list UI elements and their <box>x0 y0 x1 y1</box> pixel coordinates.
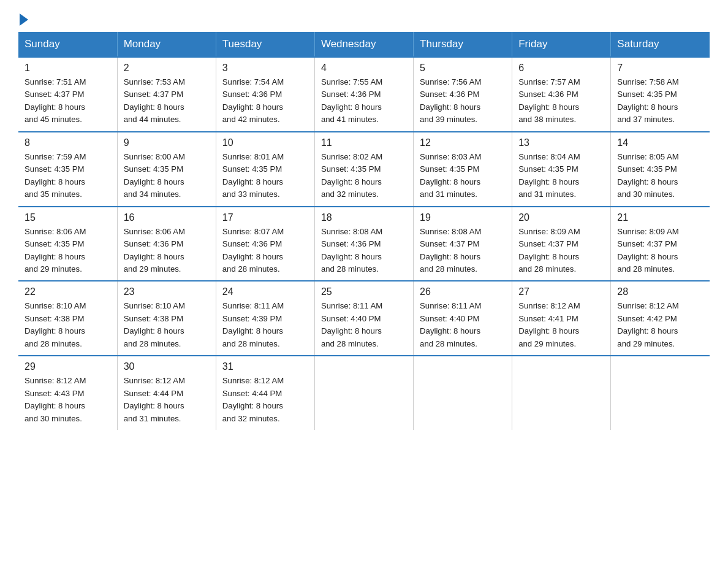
day-info: Sunrise: 8:12 AMSunset: 4:42 PMDaylight:… <box>617 301 678 348</box>
day-info: Sunrise: 8:10 AMSunset: 4:38 PMDaylight:… <box>25 301 86 348</box>
day-number: 9 <box>124 137 210 148</box>
day-info: Sunrise: 8:05 AMSunset: 4:35 PMDaylight:… <box>617 152 678 199</box>
day-info: Sunrise: 7:54 AMSunset: 4:36 PMDaylight:… <box>222 77 284 124</box>
day-info: Sunrise: 8:12 AMSunset: 4:41 PMDaylight:… <box>518 301 580 348</box>
day-number: 21 <box>617 212 703 223</box>
calendar-cell: 6 Sunrise: 7:57 AMSunset: 4:36 PMDayligh… <box>512 57 611 132</box>
calendar-cell: 4 Sunrise: 7:55 AMSunset: 4:36 PMDayligh… <box>314 57 413 132</box>
calendar-cell: 14 Sunrise: 8:05 AMSunset: 4:35 PMDaylig… <box>611 132 710 207</box>
day-number: 10 <box>222 137 308 148</box>
day-number: 16 <box>124 212 210 223</box>
calendar-cell: 1 Sunrise: 7:51 AMSunset: 4:37 PMDayligh… <box>18 57 117 132</box>
calendar-week-2: 8 Sunrise: 7:59 AMSunset: 4:35 PMDayligh… <box>18 132 710 207</box>
calendar-header: SundayMondayTuesdayWednesdayThursdayFrid… <box>18 32 710 57</box>
logo-arrow-icon <box>20 13 28 26</box>
day-number: 27 <box>518 286 604 297</box>
day-info: Sunrise: 8:12 AMSunset: 4:44 PMDaylight:… <box>124 376 185 423</box>
day-info: Sunrise: 7:57 AMSunset: 4:36 PMDaylight:… <box>518 77 580 124</box>
day-info: Sunrise: 8:01 AMSunset: 4:35 PMDaylight:… <box>222 152 284 199</box>
day-info: Sunrise: 7:59 AMSunset: 4:35 PMDaylight:… <box>25 152 86 199</box>
day-number: 31 <box>222 361 308 372</box>
calendar-cell: 11 Sunrise: 8:02 AMSunset: 4:35 PMDaylig… <box>314 132 413 207</box>
day-info: Sunrise: 8:04 AMSunset: 4:35 PMDaylight:… <box>518 152 580 199</box>
calendar-cell: 15 Sunrise: 8:06 AMSunset: 4:35 PMDaylig… <box>18 207 117 282</box>
calendar-cell: 23 Sunrise: 8:10 AMSunset: 4:38 PMDaylig… <box>117 281 216 356</box>
calendar-cell: 12 Sunrise: 8:03 AMSunset: 4:35 PMDaylig… <box>414 132 512 207</box>
day-info: Sunrise: 8:08 AMSunset: 4:36 PMDaylight:… <box>321 227 382 274</box>
day-number: 7 <box>617 63 703 74</box>
day-number: 1 <box>25 63 111 74</box>
calendar-cell <box>611 356 710 430</box>
calendar-week-5: 29 Sunrise: 8:12 AMSunset: 4:43 PMDaylig… <box>18 356 710 430</box>
day-info: Sunrise: 8:12 AMSunset: 4:44 PMDaylight:… <box>222 376 284 423</box>
calendar-cell <box>314 356 413 430</box>
calendar-cell <box>512 356 611 430</box>
day-number: 4 <box>321 63 407 74</box>
day-info: Sunrise: 8:10 AMSunset: 4:38 PMDaylight:… <box>124 301 185 348</box>
day-info: Sunrise: 8:00 AMSunset: 4:35 PMDaylight:… <box>124 152 185 199</box>
day-number: 12 <box>420 137 506 148</box>
calendar-table: SundayMondayTuesdayWednesdayThursdayFrid… <box>18 32 710 430</box>
day-info: Sunrise: 7:53 AMSunset: 4:37 PMDaylight:… <box>124 77 185 124</box>
logo <box>18 12 28 26</box>
calendar-cell: 29 Sunrise: 8:12 AMSunset: 4:43 PMDaylig… <box>18 356 117 430</box>
calendar-cell: 21 Sunrise: 8:09 AMSunset: 4:37 PMDaylig… <box>611 207 710 282</box>
day-number: 11 <box>321 137 407 148</box>
day-number: 14 <box>617 137 703 148</box>
day-header-saturday: Saturday <box>611 32 710 57</box>
day-header-monday: Monday <box>117 32 216 57</box>
day-header-sunday: Sunday <box>18 32 117 57</box>
calendar-week-1: 1 Sunrise: 7:51 AMSunset: 4:37 PMDayligh… <box>18 57 710 132</box>
day-info: Sunrise: 8:09 AMSunset: 4:37 PMDaylight:… <box>617 227 678 274</box>
calendar-cell: 28 Sunrise: 8:12 AMSunset: 4:42 PMDaylig… <box>611 281 710 356</box>
day-info: Sunrise: 7:56 AMSunset: 4:36 PMDaylight:… <box>420 77 481 124</box>
calendar-cell: 17 Sunrise: 8:07 AMSunset: 4:36 PMDaylig… <box>216 207 314 282</box>
day-header-wednesday: Wednesday <box>314 32 413 57</box>
day-info: Sunrise: 8:11 AMSunset: 4:40 PMDaylight:… <box>420 301 481 348</box>
day-number: 29 <box>25 361 111 372</box>
day-info: Sunrise: 8:09 AMSunset: 4:37 PMDaylight:… <box>518 227 580 274</box>
calendar-cell: 16 Sunrise: 8:06 AMSunset: 4:36 PMDaylig… <box>117 207 216 282</box>
calendar-cell: 24 Sunrise: 8:11 AMSunset: 4:39 PMDaylig… <box>216 281 314 356</box>
day-number: 17 <box>222 212 308 223</box>
day-number: 15 <box>25 212 111 223</box>
day-number: 3 <box>222 63 308 74</box>
calendar-cell: 19 Sunrise: 8:08 AMSunset: 4:37 PMDaylig… <box>414 207 512 282</box>
calendar-cell: 25 Sunrise: 8:11 AMSunset: 4:40 PMDaylig… <box>314 281 413 356</box>
calendar-cell: 30 Sunrise: 8:12 AMSunset: 4:44 PMDaylig… <box>117 356 216 430</box>
calendar-cell: 13 Sunrise: 8:04 AMSunset: 4:35 PMDaylig… <box>512 132 611 207</box>
calendar-cell: 27 Sunrise: 8:12 AMSunset: 4:41 PMDaylig… <box>512 281 611 356</box>
day-number: 13 <box>518 137 604 148</box>
calendar-cell: 31 Sunrise: 8:12 AMSunset: 4:44 PMDaylig… <box>216 356 314 430</box>
calendar-cell: 10 Sunrise: 8:01 AMSunset: 4:35 PMDaylig… <box>216 132 314 207</box>
calendar-cell: 20 Sunrise: 8:09 AMSunset: 4:37 PMDaylig… <box>512 207 611 282</box>
calendar-cell <box>414 356 512 430</box>
day-info: Sunrise: 8:06 AMSunset: 4:35 PMDaylight:… <box>25 227 86 274</box>
calendar-cell: 18 Sunrise: 8:08 AMSunset: 4:36 PMDaylig… <box>314 207 413 282</box>
calendar-week-3: 15 Sunrise: 8:06 AMSunset: 4:35 PMDaylig… <box>18 207 710 282</box>
day-number: 28 <box>617 286 703 297</box>
calendar-week-4: 22 Sunrise: 8:10 AMSunset: 4:38 PMDaylig… <box>18 281 710 356</box>
day-info: Sunrise: 8:11 AMSunset: 4:40 PMDaylight:… <box>321 301 382 348</box>
day-number: 22 <box>25 286 111 297</box>
calendar-cell: 8 Sunrise: 7:59 AMSunset: 4:35 PMDayligh… <box>18 132 117 207</box>
day-number: 18 <box>321 212 407 223</box>
calendar-body: 1 Sunrise: 7:51 AMSunset: 4:37 PMDayligh… <box>18 57 710 430</box>
day-info: Sunrise: 8:03 AMSunset: 4:35 PMDaylight:… <box>420 152 481 199</box>
day-header-thursday: Thursday <box>414 32 512 57</box>
page-header <box>18 12 710 26</box>
calendar-cell: 2 Sunrise: 7:53 AMSunset: 4:37 PMDayligh… <box>117 57 216 132</box>
day-number: 26 <box>420 286 506 297</box>
calendar-cell: 26 Sunrise: 8:11 AMSunset: 4:40 PMDaylig… <box>414 281 512 356</box>
day-info: Sunrise: 7:55 AMSunset: 4:36 PMDaylight:… <box>321 77 382 124</box>
day-info: Sunrise: 8:02 AMSunset: 4:35 PMDaylight:… <box>321 152 382 199</box>
calendar-cell: 5 Sunrise: 7:56 AMSunset: 4:36 PMDayligh… <box>414 57 512 132</box>
day-info: Sunrise: 8:06 AMSunset: 4:36 PMDaylight:… <box>124 227 185 274</box>
day-number: 5 <box>420 63 506 74</box>
calendar-cell: 3 Sunrise: 7:54 AMSunset: 4:36 PMDayligh… <box>216 57 314 132</box>
day-number: 8 <box>25 137 111 148</box>
day-info: Sunrise: 8:12 AMSunset: 4:43 PMDaylight:… <box>25 376 86 423</box>
day-header-tuesday: Tuesday <box>216 32 314 57</box>
day-number: 25 <box>321 286 407 297</box>
day-number: 20 <box>518 212 604 223</box>
